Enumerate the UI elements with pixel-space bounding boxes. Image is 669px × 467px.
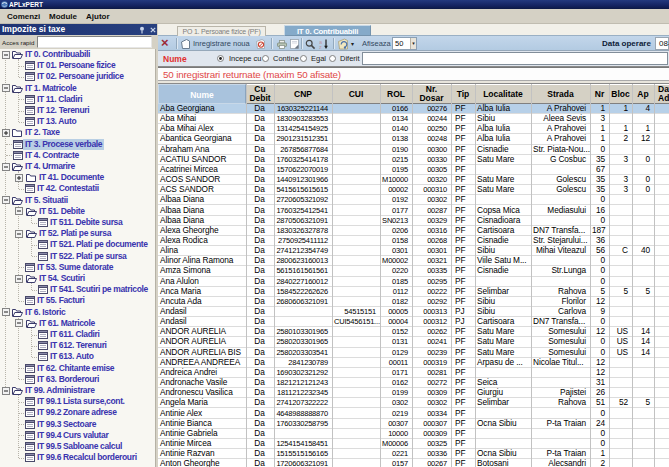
svg-text:z: z xyxy=(319,44,322,50)
